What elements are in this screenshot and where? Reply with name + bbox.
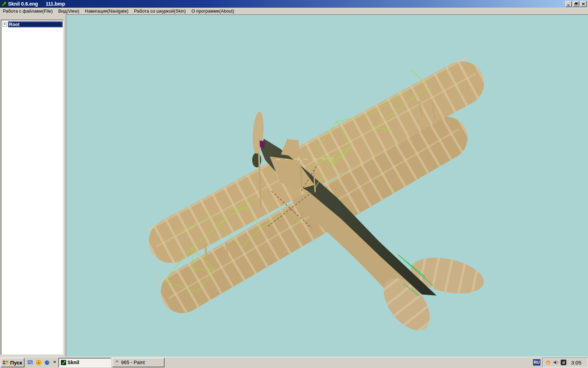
windows-logo-icon <box>2 359 9 366</box>
language-indicator[interactable]: RU <box>533 359 540 366</box>
document-title: 111.bmp <box>46 1 65 7</box>
menu-file[interactable]: Работа с файлами(File) <box>0 8 55 14</box>
tree-root-label[interactable]: Root <box>8 21 63 27</box>
tray-clock: 3:05 <box>571 360 584 366</box>
menu-skin[interactable]: Работа со шкуркой(Skin) <box>131 8 189 14</box>
app-icon[interactable] <box>1 1 7 7</box>
system-tray: RU a d 3:05 <box>533 357 588 368</box>
start-label: Пуск <box>10 360 22 366</box>
menu-about[interactable]: О программе(About) <box>189 8 237 14</box>
minimize-icon <box>567 2 570 6</box>
start-button[interactable]: Пуск <box>1 358 24 367</box>
quick-launch-overflow-chevron[interactable]: » <box>54 359 56 364</box>
taskbar-button-label: Sknil <box>68 360 79 365</box>
menubar: Работа с файлами(File) Вид(View) Навигац… <box>0 8 588 14</box>
menu-navigate[interactable]: Навигация(Navigate) <box>82 8 131 14</box>
close-button[interactable] <box>580 1 587 7</box>
restore-button[interactable] <box>573 1 579 7</box>
svg-text:d: d <box>562 360 565 364</box>
menu-view[interactable]: Вид(View) <box>55 8 82 14</box>
window-titlebar: Sknil 0.6.eng 111.bmp <box>0 0 588 8</box>
tree-row-root[interactable]: + Root <box>2 21 63 27</box>
svg-text:a: a <box>547 361 549 364</box>
desktop-screen: Sknil 0.6.eng 111.bmp Работа с файлами(F… <box>0 0 588 368</box>
model-tree-panel: + Root <box>1 20 64 355</box>
close-icon <box>582 2 585 6</box>
sidebar: + Root <box>0 14 66 357</box>
taskbar: Пуск » Sknil 965 - Paint <box>0 357 588 368</box>
restore-icon <box>574 2 578 6</box>
paint-app-icon <box>114 360 120 365</box>
antivirus-tray-icon[interactable]: a <box>545 360 551 365</box>
window-title: Sknil 0.6.eng <box>8 1 38 7</box>
tray-plate: a d 3:05 <box>542 357 588 367</box>
app-d-tray-icon[interactable]: d <box>561 360 566 365</box>
model-viewport[interactable] <box>66 14 588 357</box>
sknil-app-icon <box>61 360 66 365</box>
show-desktop-icon[interactable] <box>27 360 33 366</box>
taskbar-button-label: 965 - Paint <box>121 360 145 365</box>
taskbar-button-sknil[interactable]: Sknil <box>58 358 111 367</box>
taskbar-button-paint[interactable]: 965 - Paint <box>112 358 164 367</box>
media-player-icon[interactable] <box>44 360 50 366</box>
shortcut-badge-icon[interactable] <box>36 360 42 366</box>
expand-icon[interactable]: + <box>2 22 7 27</box>
volume-tray-icon[interactable] <box>553 360 559 365</box>
quick-launch <box>27 360 50 366</box>
minimize-button[interactable] <box>565 1 572 7</box>
